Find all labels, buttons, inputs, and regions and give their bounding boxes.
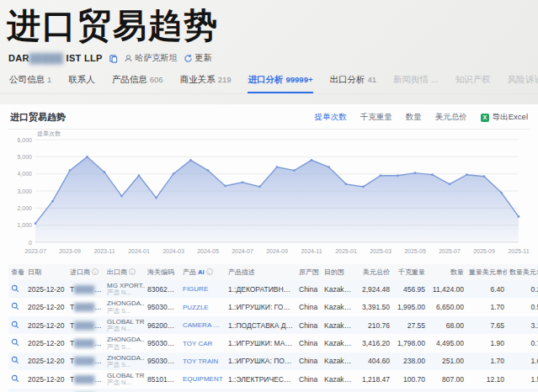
data-point[interactable]: [518, 215, 520, 218]
view-record-button[interactable]: [8, 370, 25, 388]
data-point[interactable]: [51, 200, 54, 203]
data-point[interactable]: [242, 181, 244, 183]
cell-exporter[interactable]: MG XPORT...严选 N...: [104, 280, 145, 298]
cell-importer[interactable]: T████NA...: [67, 370, 104, 388]
tab-contacts[interactable]: 联系人: [67, 72, 96, 93]
data-point[interactable]: [414, 172, 417, 174]
data-point[interactable]: [120, 195, 123, 198]
view-record-button[interactable]: [8, 298, 25, 315]
column-header-description[interactable]: 产品描述: [226, 264, 296, 280]
cell-importer[interactable]: T████NA...: [67, 352, 104, 370]
tab-import-analysis[interactable]: 进口分析99999+: [248, 72, 314, 93]
cell-exporter[interactable]: ZHONGDA...严选 S...: [104, 334, 145, 352]
data-point[interactable]: [69, 169, 72, 172]
info-icon[interactable]: i: [92, 268, 99, 275]
view-record-button[interactable]: [8, 389, 25, 392]
column-header-product[interactable]: 产品AIi: [180, 264, 226, 280]
view-record-button[interactable]: [8, 316, 25, 334]
data-point[interactable]: [431, 173, 434, 176]
cell-importer[interactable]: T████NA...: [67, 316, 104, 334]
tab-business-relations[interactable]: 商业关系219: [179, 72, 232, 93]
data-point[interactable]: [104, 171, 106, 173]
data-point[interactable]: [466, 173, 468, 176]
data-point[interactable]: [35, 222, 37, 225]
cell-importer[interactable]: T████NA...: [67, 334, 104, 352]
data-point[interactable]: [345, 183, 348, 185]
exporter-subtext: 严选 S...: [107, 308, 142, 315]
column-header-origin[interactable]: 原产国: [296, 264, 322, 280]
cell-product[interactable]: TOY TRAIN: [180, 352, 226, 370]
tab-company-info[interactable]: 公司信息1: [8, 72, 52, 93]
column-header-usd-per-kg[interactable]: 重量美元单价: [466, 264, 507, 280]
magnifier-icon[interactable]: [11, 320, 19, 329]
export-excel-button[interactable]: X导出Excel: [481, 112, 528, 123]
column-header-quantity[interactable]: 数量: [428, 264, 466, 280]
metric-toggle-bill-count[interactable]: 提单次数: [315, 112, 347, 123]
data-point[interactable]: [362, 186, 365, 188]
cell-product[interactable]: STUFFED TOY: [180, 389, 226, 392]
cell-product[interactable]: CAMERA STAND: [180, 316, 226, 334]
data-point[interactable]: [224, 185, 226, 188]
trend-chart[interactable]: 01,0002,0003,0004,0005,0006,000提单次数2023-…: [8, 130, 530, 262]
column-header-date[interactable]: 日期: [25, 264, 67, 280]
cell-product[interactable]: EQUIPMENT: [180, 370, 226, 388]
data-point[interactable]: [276, 166, 279, 168]
info-icon[interactable]: i: [129, 268, 136, 275]
cell-product[interactable]: FIGURE: [180, 280, 226, 298]
column-header-hs-code[interactable]: 海关编码: [145, 264, 180, 280]
tab-news[interactable]: 新闻舆情 ...: [392, 72, 439, 93]
cell-exporter[interactable]: GLOBAL TR...严选 N...: [104, 370, 145, 388]
magnifier-icon[interactable]: [11, 374, 19, 383]
data-point[interactable]: [311, 159, 313, 162]
copy-icon[interactable]: [109, 54, 118, 63]
magnifier-icon[interactable]: [11, 338, 19, 347]
data-point[interactable]: [189, 159, 192, 162]
cell-exporter[interactable]: GLOBAL TR...严选 N...: [104, 316, 145, 334]
data-point[interactable]: [155, 197, 157, 199]
column-header-importer[interactable]: 进口商i: [67, 264, 104, 280]
column-header-exporter[interactable]: 出口商i: [104, 264, 145, 280]
column-header-usd-total[interactable]: 美元总价: [355, 264, 392, 280]
cell-product[interactable]: PUZZLE: [180, 298, 226, 315]
column-header-view[interactable]: 查看: [8, 264, 25, 280]
data-point[interactable]: [207, 169, 210, 172]
view-record-button[interactable]: [8, 334, 25, 352]
cell-importer[interactable]: T████NA...: [67, 280, 104, 298]
data-point[interactable]: [483, 175, 486, 177]
data-point[interactable]: [328, 166, 330, 168]
cell-exporter[interactable]: ZHONGDA...严选 S...: [104, 352, 145, 370]
cell-product[interactable]: TOY CAR: [180, 334, 226, 352]
view-record-button[interactable]: [8, 352, 25, 370]
cell-exporter[interactable]: ZHONGDA...严选 S...: [104, 389, 145, 392]
tab-export-analysis[interactable]: 出口分析41: [328, 72, 377, 93]
data-point[interactable]: [293, 169, 296, 172]
data-point[interactable]: [138, 174, 141, 177]
column-header-destination[interactable]: 目的国: [322, 264, 355, 280]
cell-importer[interactable]: T████NA...: [67, 298, 104, 315]
data-point[interactable]: [500, 192, 503, 194]
data-point[interactable]: [258, 186, 261, 188]
magnifier-icon[interactable]: [11, 356, 19, 364]
refresh-button[interactable]: 更新: [184, 52, 212, 64]
tab-intellectual-property[interactable]: 知识产权: [455, 72, 492, 93]
column-header-kg-weight[interactable]: 千克重量: [392, 264, 428, 280]
info-icon[interactable]: i: [206, 268, 213, 275]
cell-importer[interactable]: T████NA...: [67, 389, 104, 392]
column-header-usd-per-unit[interactable]: 数量美元单价: [507, 264, 538, 280]
data-point[interactable]: [86, 156, 88, 158]
company-name[interactable]: DAR█████ IST LLP: [8, 53, 103, 63]
data-point[interactable]: [449, 183, 451, 185]
cell-description: 1.:ИГРУШКИ: ГОЛОВОЛОМКИ ДЕРЕВЯННЫЕ АРТ..…: [226, 298, 296, 315]
metric-toggle-usd-total[interactable]: 美元总价: [435, 112, 467, 123]
tab-risk-litigation[interactable]: 风险诉讼: [507, 72, 538, 93]
data-point[interactable]: [173, 172, 175, 175]
magnifier-icon[interactable]: [11, 284, 19, 293]
cell-exporter[interactable]: ZHONGDA...严选 S...: [104, 298, 145, 315]
metric-toggle-kg-weight[interactable]: 千克重量: [360, 112, 392, 123]
tab-product-info[interactable]: 产品信息606: [111, 72, 164, 93]
metric-toggle-quantity[interactable]: 数量: [406, 112, 422, 123]
data-point[interactable]: [380, 174, 382, 177]
view-record-button[interactable]: [8, 280, 25, 298]
magnifier-icon[interactable]: [11, 302, 19, 310]
data-point[interactable]: [397, 174, 399, 177]
